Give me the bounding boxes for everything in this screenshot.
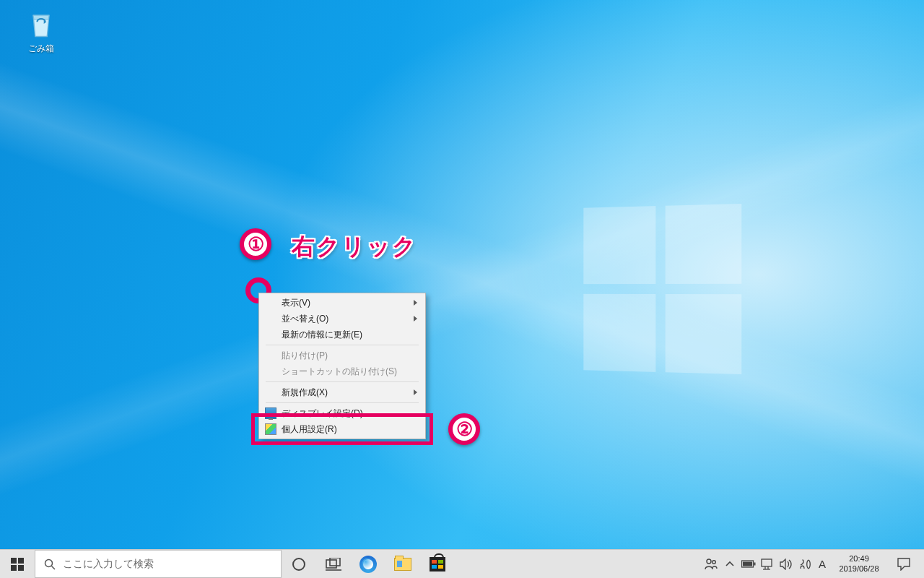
annotation-text-1: 右クリック — [292, 231, 417, 263]
battery-icon — [741, 560, 756, 569]
svg-rect-2 — [11, 565, 17, 571]
context-menu-personalize[interactable]: 個人用設定(R) — [260, 421, 424, 437]
svg-point-11 — [712, 560, 716, 564]
ime-mode-icon — [798, 558, 811, 571]
svg-rect-15 — [762, 559, 772, 566]
action-center-button[interactable] — [888, 558, 920, 571]
cortana-button[interactable] — [282, 550, 316, 578]
clock-date: 2019/06/28 — [839, 564, 879, 574]
cortana-icon — [292, 557, 306, 571]
taskbar-app-edge[interactable] — [351, 550, 385, 578]
annotation-badge-1: ① — [240, 228, 271, 260]
edge-icon — [359, 556, 377, 573]
tray-battery[interactable] — [739, 550, 758, 579]
microsoft-store-icon — [430, 557, 445, 571]
windows-logo-wallpaper — [583, 204, 741, 374]
taskbar-app-store[interactable] — [420, 550, 455, 578]
search-icon — [44, 558, 56, 570]
tray-ime-mode[interactable] — [796, 550, 814, 579]
menu-separator — [266, 345, 419, 345]
chevron-up-icon — [725, 560, 734, 569]
clock-time: 20:49 — [849, 554, 869, 564]
svg-rect-0 — [11, 558, 17, 564]
monitor-icon — [265, 407, 276, 419]
svg-rect-1 — [18, 558, 24, 564]
svg-point-10 — [707, 559, 711, 564]
ime-letter: A — [819, 558, 826, 570]
menu-separator — [266, 381, 419, 382]
menu-label: ディスプレイ設定(D) — [282, 407, 363, 420]
context-menu-sort[interactable]: 並べ替え(O) — [260, 311, 424, 327]
svg-line-5 — [52, 566, 56, 569]
personalize-icon — [265, 423, 276, 435]
annotation-badge-2: ② — [448, 413, 480, 445]
network-icon — [761, 558, 774, 570]
context-menu-paste: 貼り付け(P) — [260, 348, 424, 363]
notification-icon — [897, 558, 910, 571]
svg-rect-14 — [743, 561, 752, 566]
people-icon — [705, 558, 718, 571]
menu-label: 表示(V) — [282, 297, 310, 309]
svg-rect-13 — [754, 562, 756, 565]
svg-point-6 — [293, 558, 305, 570]
chevron-right-icon — [414, 389, 417, 395]
menu-label: 最新の情報に更新(E) — [282, 329, 362, 341]
system-tray: A 20:49 2019/06/28 — [702, 550, 924, 578]
menu-separator — [266, 402, 419, 403]
menu-label: 並べ替え(O) — [282, 313, 328, 325]
search-placeholder: ここに入力して検索 — [63, 558, 154, 571]
context-menu-new[interactable]: 新規作成(X) — [260, 384, 424, 400]
tray-ime-letter[interactable]: A — [814, 550, 830, 579]
svg-rect-3 — [18, 565, 24, 571]
task-view-button[interactable] — [316, 550, 351, 578]
context-menu-refresh[interactable]: 最新の情報に更新(E) — [260, 327, 424, 342]
menu-label: 貼り付け(P) — [282, 350, 328, 362]
volume-icon — [780, 558, 793, 570]
tray-people[interactable] — [702, 550, 720, 579]
taskbar: ここに入力して検索 — [0, 549, 924, 578]
svg-point-4 — [45, 559, 53, 566]
taskbar-app-explorer[interactable] — [385, 550, 420, 578]
context-menu-paste-shortcut: ショートカットの貼り付け(S) — [260, 363, 424, 379]
svg-rect-7 — [326, 560, 336, 568]
chevron-right-icon — [414, 300, 417, 306]
tray-volume[interactable] — [777, 550, 796, 579]
menu-label: 個人用設定(R) — [282, 423, 337, 436]
recycle-bin-label: ごみ箱 — [16, 43, 66, 55]
desktop-context-menu: 表示(V) 並べ替え(O) 最新の情報に更新(E) 貼り付け(P) ショートカッ… — [258, 293, 426, 439]
task-view-icon — [326, 558, 341, 571]
context-menu-view[interactable]: 表示(V) — [260, 295, 424, 311]
recycle-bin-icon[interactable]: ごみ箱 — [16, 9, 66, 55]
context-menu-display-settings[interactable]: ディスプレイ設定(D) — [260, 405, 424, 421]
start-button[interactable] — [0, 550, 35, 578]
file-explorer-icon — [394, 558, 411, 571]
tray-overflow[interactable] — [720, 550, 739, 579]
svg-rect-8 — [330, 558, 340, 566]
taskbar-search[interactable]: ここに入力して検索 — [35, 550, 282, 578]
menu-label: ショートカットの貼り付け(S) — [282, 366, 397, 378]
menu-label: 新規作成(X) — [282, 387, 328, 399]
chevron-right-icon — [414, 316, 417, 322]
taskbar-clock[interactable]: 20:49 2019/06/28 — [830, 554, 888, 573]
windows-icon — [11, 558, 24, 571]
tray-network[interactable] — [758, 550, 777, 579]
desktop[interactable]: ごみ箱 ① 右クリック 表示(V) 並べ替え(O) 最新の情報に更新(E) 貼り… — [0, 0, 924, 549]
